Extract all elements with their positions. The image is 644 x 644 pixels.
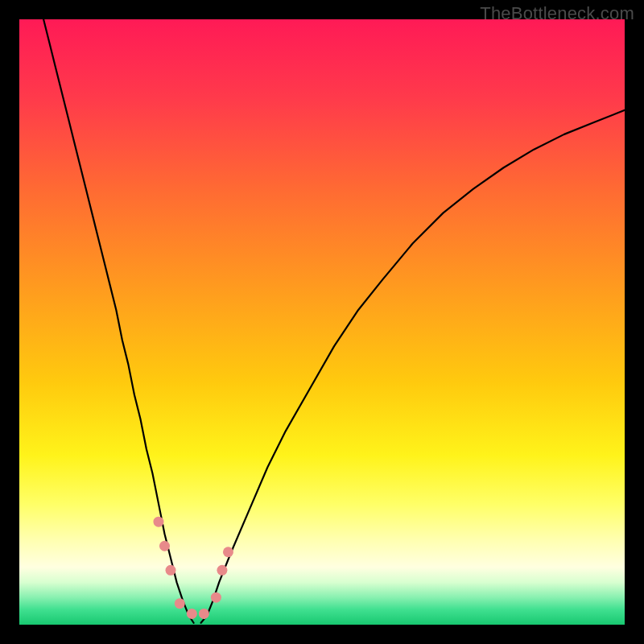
plot-area <box>19 19 625 625</box>
data-points-layer <box>19 19 625 625</box>
data-point <box>211 592 221 603</box>
watermark-text: TheBottleneck.com <box>480 3 634 24</box>
data-point <box>199 609 209 619</box>
data-point <box>153 517 163 527</box>
data-point <box>217 565 227 576</box>
data-point <box>159 541 170 551</box>
data-point <box>166 565 176 576</box>
data-point <box>175 598 185 609</box>
data-point <box>223 547 233 557</box>
chart-frame: TheBottleneck.com <box>0 0 644 644</box>
data-point <box>187 609 197 619</box>
